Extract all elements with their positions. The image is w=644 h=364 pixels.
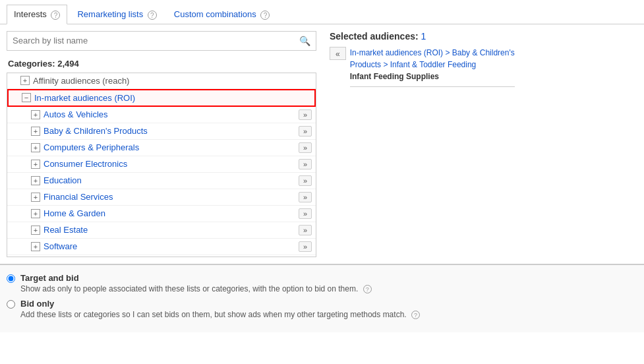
search-row: 🔍: [7, 31, 316, 51]
add-education-btn[interactable]: »: [299, 175, 312, 186]
interests-help-icon[interactable]: ?: [51, 11, 60, 20]
target-and-bid-radio[interactable]: [7, 274, 15, 283]
tree-item-software[interactable]: + Software »: [7, 239, 316, 255]
selected-box: « In-market audiences (ROI) > Baby & Chi…: [330, 47, 631, 87]
tree-item-affinity[interactable]: + Affinity audiences (reach): [7, 73, 316, 89]
selected-path: In-market audiences (ROI) > Baby & Child…: [350, 47, 515, 87]
main-content: 🔍 Categories: 2,494 + Affinity audiences…: [0, 24, 644, 264]
custom-help-icon[interactable]: ?: [260, 11, 270, 20]
back-button[interactable]: «: [330, 47, 346, 60]
expand-baby-icon[interactable]: +: [31, 127, 40, 136]
tab-interests[interactable]: Interests ?: [7, 5, 67, 24]
path-divider: [350, 86, 515, 87]
target-bid-help-icon[interactable]: ?: [363, 285, 372, 293]
tree-item-home[interactable]: + Home & Garden »: [7, 206, 316, 222]
expand-autos-icon[interactable]: +: [31, 110, 40, 119]
tree-item-autos[interactable]: + Autos & Vehicles »: [7, 107, 316, 123]
add-software-btn[interactable]: »: [299, 241, 312, 252]
tab-custom[interactable]: Custom combinations ?: [167, 5, 278, 24]
bid-only-help-icon[interactable]: ?: [411, 311, 420, 319]
bottom-section: Target and bid Show ads only to people a…: [0, 264, 644, 333]
right-panel: Selected audiences: 1 « In-market audien…: [323, 31, 637, 257]
tab-remarketing[interactable]: Remarketing lists ?: [70, 5, 163, 24]
expand-home-icon[interactable]: +: [31, 209, 40, 218]
tabs-bar: Interests ? Remarketing lists ? Custom c…: [0, 0, 644, 24]
search-input[interactable]: [7, 32, 294, 49]
categories-header: Categories: 2,494: [7, 56, 316, 71]
add-computers-btn[interactable]: »: [299, 142, 312, 153]
target-and-bid-option: Target and bid Show ads only to people a…: [7, 273, 637, 293]
expand-education-icon[interactable]: +: [31, 176, 40, 185]
tree-item-baby[interactable]: + Baby & Children's Products »: [7, 123, 316, 140]
tree-item-computers[interactable]: + Computers & Peripherals »: [7, 140, 316, 156]
tree-item-inmarket[interactable]: − In-market audiences (ROI): [7, 89, 316, 107]
bid-only-radio[interactable]: [7, 300, 15, 309]
add-home-btn[interactable]: »: [299, 208, 312, 219]
expand-financial-icon[interactable]: +: [31, 193, 40, 202]
bid-only-desc: Add these lists or categories so I can s…: [20, 310, 420, 319]
add-financial-btn[interactable]: »: [299, 192, 312, 202]
target-and-bid-label: Target and bid: [20, 273, 372, 283]
expand-realestate-icon[interactable]: +: [31, 226, 40, 235]
expand-inmarket-icon[interactable]: −: [22, 93, 31, 102]
left-panel: 🔍 Categories: 2,494 + Affinity audiences…: [7, 31, 316, 257]
tree-item-realestate[interactable]: + Real Estate »: [7, 222, 316, 239]
selected-title: Selected audiences: 1: [330, 31, 631, 42]
tree-item-education[interactable]: + Education »: [7, 173, 316, 189]
bid-only-label: Bid only: [20, 299, 420, 309]
expand-consumer-icon[interactable]: +: [31, 160, 40, 169]
add-autos-btn[interactable]: »: [299, 109, 312, 120]
search-icon: 🔍: [294, 32, 316, 50]
bid-only-option: Bid only Add these lists or categories s…: [7, 299, 637, 319]
target-and-bid-desc: Show ads only to people associated with …: [20, 284, 372, 293]
add-baby-btn[interactable]: »: [299, 126, 312, 136]
tree-item-telecom[interactable]: + Telecom »: [7, 255, 316, 257]
tree-item-financial[interactable]: + Financial Services »: [7, 189, 316, 206]
tree-container[interactable]: + Affinity audiences (reach) − In-market…: [7, 73, 316, 257]
tree-item-consumer[interactable]: + Consumer Electronics »: [7, 156, 316, 173]
remarketing-help-icon[interactable]: ?: [148, 11, 157, 20]
add-realestate-btn[interactable]: »: [299, 225, 312, 235]
expand-computers-icon[interactable]: +: [31, 143, 40, 152]
expand-affinity-icon[interactable]: +: [20, 76, 30, 85]
expand-software-icon[interactable]: +: [31, 242, 40, 251]
add-consumer-btn[interactable]: »: [299, 159, 312, 169]
